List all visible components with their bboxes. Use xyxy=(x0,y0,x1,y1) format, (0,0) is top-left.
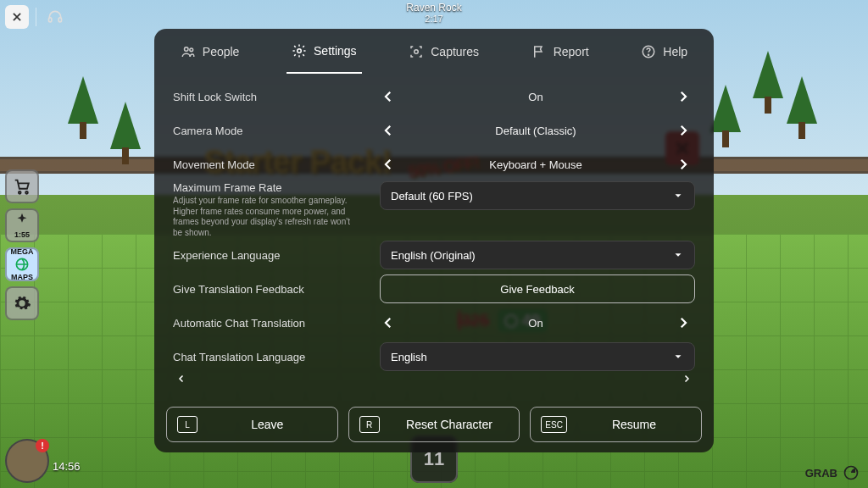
setting-label-max-fps: Maximum Frame Rate Adjust your frame rat… xyxy=(173,181,368,238)
chevron-down-icon xyxy=(672,351,684,363)
button-label: Reset Character xyxy=(390,418,509,431)
setting-label-trans-lang: Chat Translation Language xyxy=(173,351,368,363)
key-hint: ESC xyxy=(541,416,567,433)
chevron-down-icon xyxy=(672,249,684,261)
setting-label-auto-trans: Automatic Chat Translation xyxy=(173,317,368,330)
setting-label-exp-lang: Experience Language xyxy=(173,249,368,262)
setting-value-camera-mode: Default (Classic) xyxy=(409,125,663,137)
chevron-right-icon[interactable] xyxy=(671,152,695,176)
avatar-notification-badge: ! xyxy=(36,439,49,452)
tab-label: Settings xyxy=(314,44,357,58)
settings-panel: People Settings Captures Report Help Shi… xyxy=(154,29,714,452)
mega-maps-button[interactable]: MEGA MAPS xyxy=(5,247,39,281)
tab-label: Captures xyxy=(431,45,479,58)
help-icon xyxy=(641,44,656,59)
button-label: Leave xyxy=(208,418,327,431)
setting-value-shift-lock: On xyxy=(409,91,663,103)
chevron-left-icon[interactable] xyxy=(376,85,400,108)
svg-point-8 xyxy=(298,48,302,53)
tab-report[interactable]: Report xyxy=(526,29,594,74)
chevron-left-icon[interactable] xyxy=(376,311,400,335)
tab-help[interactable]: Help xyxy=(636,29,693,74)
chevron-left-icon[interactable] xyxy=(376,119,400,142)
background-tree xyxy=(68,76,98,124)
background-tree xyxy=(110,102,141,149)
chevron-right-icon[interactable] xyxy=(671,311,695,335)
svg-point-6 xyxy=(184,47,188,51)
tab-people[interactable]: People xyxy=(175,29,245,74)
dropdown-value: English (Original) xyxy=(391,249,476,262)
clock: 14:56 xyxy=(53,460,81,473)
gear-button[interactable] xyxy=(5,286,39,320)
headset-icon[interactable] xyxy=(43,5,67,29)
dropdown-max-fps[interactable]: Default (60 FPS) xyxy=(380,181,695,210)
dropdown-exp-lang[interactable]: English (Original) xyxy=(380,241,695,269)
chevron-right-icon[interactable] xyxy=(671,85,695,108)
topbar-divider xyxy=(36,8,36,26)
key-hint: L xyxy=(177,416,198,433)
dropdown-trans-lang[interactable]: English xyxy=(380,342,695,371)
tab-captures[interactable]: Captures xyxy=(403,29,484,74)
button-label: Resume xyxy=(577,418,691,431)
gear-icon xyxy=(292,43,307,58)
camera-icon xyxy=(409,44,424,59)
close-button[interactable] xyxy=(5,5,29,29)
game-title: Raven Rock 2:17 xyxy=(406,2,461,24)
svg-point-7 xyxy=(190,47,193,51)
setting-desc-max-fps: Adjust your frame rate for smoother game… xyxy=(173,196,359,238)
dropdown-value: English xyxy=(391,351,427,363)
chevron-right-icon[interactable] xyxy=(671,119,695,142)
setting-value-auto-trans: On xyxy=(409,317,663,330)
setting-label-camera-mode: Camera Mode xyxy=(173,125,368,137)
background-tree xyxy=(787,76,817,124)
resume-button[interactable]: ESC Resume xyxy=(530,407,702,442)
leave-button[interactable]: L Leave xyxy=(166,407,338,442)
avatar[interactable]: ! xyxy=(7,441,47,481)
setting-label-feedback: Give Translation Feedback xyxy=(173,283,368,296)
grab-indicator: GRAB xyxy=(805,464,860,481)
svg-rect-0 xyxy=(49,18,52,22)
chevron-left-icon[interactable] xyxy=(376,152,400,176)
setting-value-movement-mode: Keyboard + Mouse xyxy=(409,158,663,171)
chevron-down-icon xyxy=(672,190,684,202)
svg-point-3 xyxy=(25,191,28,194)
svg-point-2 xyxy=(19,191,21,194)
tab-settings[interactable]: Settings xyxy=(287,29,362,74)
give-feedback-button[interactable]: Give Feedback xyxy=(380,274,695,303)
svg-point-11 xyxy=(648,54,649,55)
background-tree xyxy=(753,51,783,98)
setting-label-shift-lock: Shift Lock Switch xyxy=(173,91,368,103)
tab-label: People xyxy=(203,45,240,58)
background-tree xyxy=(710,85,741,132)
reset-character-button[interactable]: R Reset Character xyxy=(348,407,520,442)
setting-label-movement-mode: Movement Mode xyxy=(173,158,368,171)
sparkles-button[interactable]: 1:55 xyxy=(5,208,39,242)
dropdown-value: Default (60 FPS) xyxy=(391,190,473,202)
shop-button[interactable] xyxy=(5,169,39,203)
svg-rect-1 xyxy=(58,18,61,22)
sparkles-timer: 1:55 xyxy=(14,230,30,239)
flag-icon xyxy=(531,44,547,59)
key-hint: R xyxy=(359,416,380,433)
svg-point-9 xyxy=(415,49,419,53)
tab-label: Report xyxy=(554,45,589,58)
scroll-hint xyxy=(173,374,695,385)
tab-label: Help xyxy=(663,45,687,58)
